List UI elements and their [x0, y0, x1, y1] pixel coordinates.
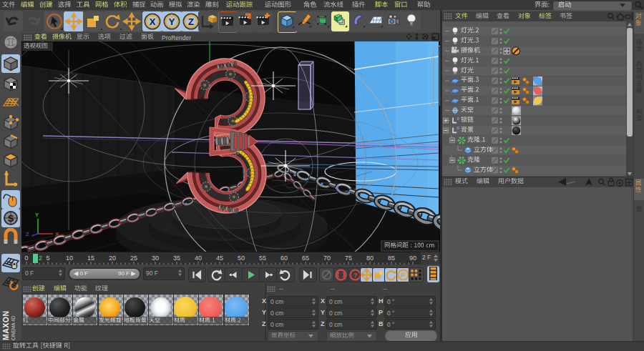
svg-text:?: ?	[353, 272, 358, 279]
svg-text:80: 80	[366, 254, 374, 262]
svg-text:50: 50	[238, 254, 245, 262]
svg-text:85: 85	[388, 254, 395, 262]
svg-text:Y: Y	[169, 16, 175, 27]
svg-text:MAXON: MAXON	[1, 310, 10, 340]
svg-text:CINEMA 4D: CINEMA 4D	[11, 316, 16, 340]
svg-text:35: 35	[173, 254, 180, 262]
svg-text:30: 30	[152, 254, 159, 262]
svg-text:90: 90	[409, 254, 416, 262]
svg-text:10: 10	[66, 254, 73, 262]
svg-text:P: P	[401, 271, 406, 279]
svg-text:5: 5	[46, 254, 49, 262]
svg-text:65: 65	[302, 254, 309, 262]
svg-text:0: 0	[24, 254, 28, 262]
svg-text:Z: Z	[188, 16, 194, 27]
svg-text:15: 15	[87, 254, 94, 262]
svg-text:20: 20	[109, 254, 116, 262]
svg-text:40: 40	[195, 254, 202, 262]
svg-text:55: 55	[259, 254, 266, 262]
svg-text:70: 70	[323, 254, 331, 262]
svg-text:Y: Y	[35, 212, 39, 218]
svg-text:75: 75	[345, 254, 352, 262]
svg-text:X: X	[55, 231, 59, 237]
svg-text:60: 60	[280, 254, 288, 262]
svg-text:X: X	[150, 16, 156, 27]
svg-text:45: 45	[216, 254, 223, 262]
svg-text:S: S	[8, 213, 14, 224]
svg-text:25: 25	[130, 254, 137, 262]
svg-text:Z: Z	[26, 231, 29, 237]
svg-text:2: 2	[39, 254, 42, 262]
